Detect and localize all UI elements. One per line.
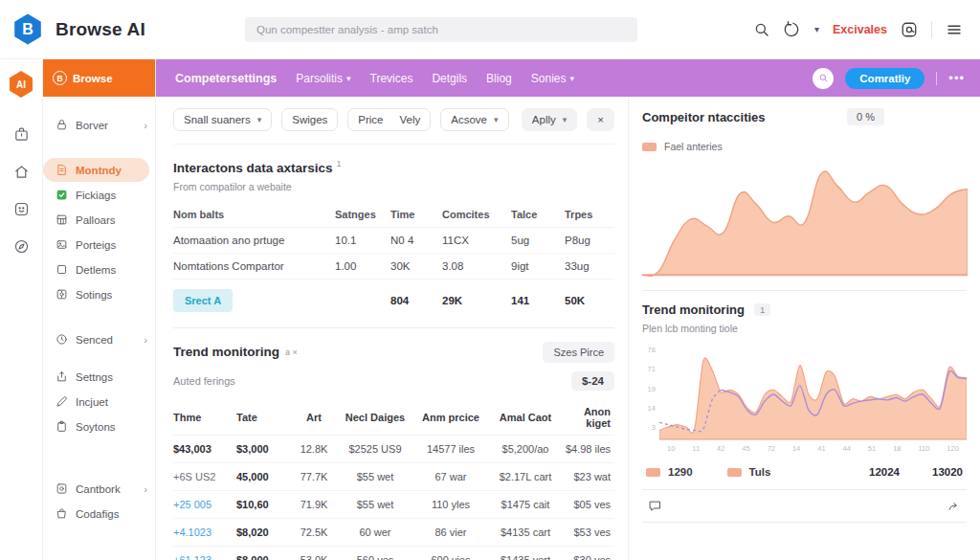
sidebar-item-label: Soytons [76, 421, 147, 433]
nav-search-button[interactable] [813, 68, 834, 89]
trend-panel-header: Trend monitoring 1 [642, 302, 967, 317]
section-title: Interactons data axtarsics1 [173, 159, 614, 175]
sidebar-item-label: Porteigs [76, 239, 147, 251]
sidebar-item-codafigs[interactable]: Codafigs [43, 502, 155, 526]
filter-chip-acsove[interactable]: Acsove▾ [440, 108, 508, 131]
filter-chip-swiges[interactable]: Swiges [281, 108, 338, 131]
table-row[interactable]: +25 005 $10,60 71.9K $55 wet 110 yles $1… [173, 490, 614, 518]
smiley-icon[interactable] [13, 201, 30, 217]
sidebar-item-porteigs[interactable]: Porteigs [43, 233, 155, 257]
sidebar-item-label: Incjuet [76, 396, 147, 408]
more-options-icon[interactable]: ••• [948, 71, 965, 85]
section-title: Trend monitoring [173, 345, 279, 359]
sidebar-item-fickiags[interactable]: Fickiags [43, 183, 155, 207]
nav-item-trevices[interactable]: Trevices [370, 72, 413, 85]
mention-icon[interactable] [901, 21, 918, 38]
brand-logo[interactable]: B [13, 14, 42, 45]
sidebar-item-cantbork[interactable]: Cantbork › [43, 477, 155, 501]
table-row[interactable]: Nomtations Compartor 1.00 30K 3.08 9igt … [173, 253, 614, 279]
comment-icon[interactable] [648, 499, 662, 513]
x-tick-label: 120 [947, 444, 959, 453]
sidebar-item-soytons[interactable]: Soytons [43, 414, 155, 438]
interactions-table: Nom balts Satnges Time Comcites Talce Tr… [173, 202, 614, 318]
callback-icon[interactable] [784, 21, 801, 38]
sidebar-item-label: Cantbork [76, 483, 136, 495]
sidebar-item-detlems[interactable]: Detlems [43, 258, 155, 281]
sidebar-item-borver[interactable]: Borver › [43, 113, 155, 137]
nav-item-bliog[interactable]: Bliog [486, 72, 512, 85]
filter-chip-suaners[interactable]: Snall suaners▾ [173, 108, 272, 131]
section-divider [173, 327, 614, 328]
table-row[interactable]: +4.1023 $8,020 72.5K 60 wer 86 vier $413… [173, 518, 614, 546]
chevron-down-icon: ▾ [563, 115, 568, 124]
x-tick-label: 41 [817, 444, 825, 453]
bag-icon [56, 507, 68, 520]
nav-item-detgils[interactable]: Detgils [432, 72, 467, 85]
home-icon[interactable] [13, 164, 30, 180]
sidebar-item-label: Codafigs [76, 508, 147, 520]
select-all-button[interactable]: Srect A [173, 289, 233, 312]
legend-swatch [646, 468, 660, 477]
column-header: Talce [511, 209, 565, 220]
table-row[interactable]: +6S US2 45,000 77.7K $55 wet 67 war $2.1… [173, 462, 614, 490]
column-header: Satnges [335, 209, 390, 220]
column-header: Time [390, 209, 442, 220]
table-row[interactable]: $43,003 $3,000 12.8K $2525 US9 14577 ile… [173, 435, 614, 462]
column-header: Anon kiget [564, 406, 614, 429]
sidebar-item-palloars[interactable]: Palloars [43, 208, 155, 232]
competitor-area-chart [642, 160, 967, 280]
menu-icon[interactable] [946, 21, 963, 38]
sidebar-item-senced[interactable]: Senced › [43, 327, 155, 351]
table-row[interactable]: Atomaation ano prtuge 10.1 N0 4 11CX 5ug… [173, 227, 614, 253]
column-header: Tate [236, 412, 292, 423]
table-row[interactable]: +61 123 $8,000 53.0K 560 ves 600 vies $1… [173, 546, 614, 560]
sizes-price-button[interactable]: Szes Pirce [543, 342, 614, 363]
nav-item-sonies[interactable]: Sonies▾ [531, 72, 574, 85]
account-label[interactable]: Excivales [833, 23, 887, 36]
table-header-row: Nom balts Satnges Time Comcites Talce Tr… [173, 202, 614, 227]
x-tick-label: 51 [868, 444, 876, 453]
sidebar-item-label: Palloars [76, 214, 147, 226]
global-search-input[interactable] [245, 17, 637, 42]
nav-item-competersettings[interactable]: Competersettings [175, 72, 277, 85]
legend-swatch [642, 143, 657, 151]
book-icon [56, 482, 68, 495]
trend-table: Thme Tate Art Necl Daiges Anm prcice Ama… [173, 400, 614, 560]
chevron-right-icon: › [144, 120, 147, 131]
comratliy-button[interactable]: Comratliy [845, 68, 924, 89]
ai-logo[interactable]: AI [9, 71, 33, 98]
total-value: 50K [565, 295, 614, 306]
filter-chip-price-vely[interactable]: PriceVely [347, 108, 431, 131]
trend-chart: 787119143 [642, 344, 967, 441]
x-tick-label: 42 [717, 444, 724, 453]
total-value: 12024 [869, 466, 900, 478]
nav-item-parsolitis[interactable]: Parsolitis▾ [296, 72, 350, 85]
info-badge: 1 [337, 159, 342, 168]
y-axis-labels: 787119143 [642, 344, 659, 441]
nav-actions: Comratliy ••• [813, 68, 965, 89]
chevron-down-icon[interactable]: ▾ [814, 24, 819, 34]
browse-logo-icon: B [53, 71, 67, 85]
share-arrow-icon[interactable] [947, 499, 961, 513]
main-area: Competersettings Parsolitis▾ Trevices De… [156, 59, 980, 560]
sidebar-item-settngs[interactable]: Settngs [43, 365, 155, 389]
sidebar-item-incjuet[interactable]: Incjuet [43, 390, 155, 414]
divider [931, 21, 932, 38]
chevron-down-icon: ▾ [257, 115, 262, 124]
panel-title: Compeitor ntaccities [642, 110, 766, 124]
column-header: Necl Daiges [336, 412, 414, 423]
column-header: Anm prcice [414, 412, 487, 423]
divider [936, 72, 937, 85]
sidebar-item-montndy[interactable]: Montndy [43, 158, 149, 182]
briefcase-icon[interactable] [13, 126, 30, 143]
x-tick-label: 18 [893, 444, 901, 453]
x-tick-label: 11 [692, 444, 700, 453]
competitor-panel-header: Compeitor ntaccities 0 % [642, 108, 967, 125]
clear-filters-button[interactable]: × [587, 108, 614, 131]
compass-icon[interactable] [13, 238, 30, 255]
sidebar-item-sotings[interactable]: Sotings [43, 282, 155, 306]
apply-button[interactable]: Aplly▾ [522, 108, 577, 131]
sidebar-header[interactable]: B Browse [43, 59, 155, 97]
search-icon[interactable] [753, 21, 770, 38]
y-tick-label: 3 [642, 423, 656, 432]
